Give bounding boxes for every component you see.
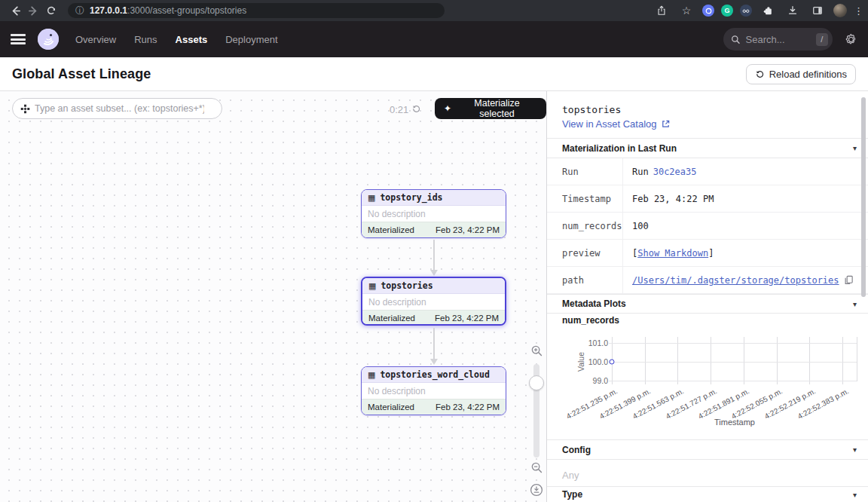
chevron-down-icon: ▾ <box>853 300 857 308</box>
table-icon: ▦ <box>368 282 376 290</box>
table-row-path: path /Users/tim/.dagster/storage/topstor… <box>547 267 868 294</box>
asset-status-row: Materialized Feb 23, 4:22 PM <box>362 310 505 326</box>
asset-selector-icon <box>20 104 30 114</box>
nav-item-assets[interactable]: Assets <box>176 34 208 45</box>
chart-yticks: 101.0100.099.0 <box>547 337 608 382</box>
zoom-in-icon[interactable] <box>530 344 543 360</box>
materialized-timestamp: Feb 23, 4:22 PM <box>436 403 500 412</box>
asset-description: No description <box>362 383 506 399</box>
share-icon[interactable] <box>653 2 671 19</box>
downloads-icon[interactable] <box>784 2 802 19</box>
site-info-icon[interactable]: ⓘ <box>75 6 84 15</box>
asset-description: No description <box>362 294 505 310</box>
url-text: 127.0.0.1:3000/asset-groups/topstories <box>90 5 246 16</box>
status-label: Materialized <box>368 314 415 323</box>
search-icon <box>731 35 741 44</box>
table-icon: ▦ <box>368 371 375 379</box>
browser-actions: ☆ G ⋮ <box>653 0 863 21</box>
show-markdown-link[interactable]: Show Markdown <box>637 248 708 259</box>
dagster-logo[interactable] <box>38 29 59 50</box>
nav-links: Overview Runs Assets Deployment <box>75 34 278 45</box>
nav-item-deployment[interactable]: Deployment <box>225 34 277 45</box>
external-link-icon <box>661 119 671 129</box>
profile-avatar[interactable] <box>833 4 847 17</box>
materialized-timestamp: Feb 23, 4:22 PM <box>435 314 499 323</box>
sidebar-panel-icon[interactable] <box>808 2 827 19</box>
reload-definitions-button[interactable]: Reload definitions <box>746 64 856 84</box>
extension-icon-grammarly[interactable]: G <box>721 5 733 17</box>
nav-item-overview[interactable]: Overview <box>75 34 116 45</box>
table-row-num-records: num_records 100 <box>547 213 868 240</box>
page-title: Global Asset Lineage <box>12 66 151 82</box>
path-link[interactable]: /Users/tim/.dagster/storage/topstories <box>632 275 839 286</box>
config-value: Any <box>562 470 579 481</box>
search-input[interactable] <box>746 34 811 45</box>
asset-graph-canvas[interactable]: 0:21 ✦ Materialize selected ▦ topstory_i… <box>0 91 546 502</box>
browser-forward-icon[interactable] <box>24 2 42 19</box>
nav-item-runs[interactable]: Runs <box>134 34 157 45</box>
graph-refresh-icon[interactable] <box>411 103 421 117</box>
search-shortcut-badge: / <box>816 33 828 46</box>
browser-menu-icon[interactable]: ⋮ <box>854 5 863 17</box>
main-content: 0:21 ✦ Materialize selected ▦ topstory_i… <box>0 91 868 502</box>
zoom-slider-handle[interactable] <box>529 375 544 390</box>
table-icon: ▦ <box>368 194 375 202</box>
browser-toolbar: ⓘ 127.0.0.1:3000/asset-groups/topstories… <box>0 0 868 21</box>
materialization-metadata-table: Run Run 30c2ea35 Timestamp Feb 23, 4:22 … <box>547 158 868 294</box>
hamburger-menu-icon[interactable] <box>11 34 26 44</box>
extensions-puzzle-icon[interactable] <box>759 2 777 19</box>
asset-node-topstory-ids[interactable]: ▦ topstory_ids No description Materializ… <box>361 189 506 238</box>
materialize-selected-button[interactable]: ✦ Materialize selected <box>435 98 546 119</box>
browser-refresh-icon[interactable] <box>42 2 60 19</box>
bookmark-star-icon[interactable]: ☆ <box>677 2 695 19</box>
section-config[interactable]: Config ▾ <box>547 439 868 460</box>
settings-gear-icon[interactable] <box>845 33 857 46</box>
node-header: ▦ topstory_ids <box>362 190 506 206</box>
zoom-out-icon[interactable] <box>530 461 543 477</box>
asset-name: topstories <box>381 280 432 291</box>
app-navbar: Overview Runs Assets Deployment / <box>0 21 868 57</box>
sparkle-icon: ✦ <box>444 104 451 113</box>
refresh-icon <box>755 69 765 79</box>
asset-name: topstories_word_cloud <box>380 369 489 380</box>
asset-details-panel: topstories View in Asset Catalog Materia… <box>546 91 868 502</box>
run-id-link[interactable]: 30c2ea35 <box>653 167 697 177</box>
extension-icon-glasses[interactable] <box>740 5 752 17</box>
chevron-down-icon: ▾ <box>853 491 857 499</box>
asset-node-topstories-word-cloud[interactable]: ▦ topstories_word_cloud No description M… <box>361 366 506 415</box>
global-search[interactable]: / <box>723 28 833 51</box>
table-row-preview: preview [Show Markdown] <box>547 240 868 267</box>
address-bar[interactable]: ⓘ 127.0.0.1:3000/asset-groups/topstories <box>68 3 445 18</box>
asset-name: topstory_ids <box>380 192 442 203</box>
copy-icon[interactable] <box>844 275 854 285</box>
status-label: Materialized <box>368 225 414 234</box>
section-type[interactable]: Type ▾ <box>547 486 868 502</box>
chart-title: num_records <box>562 315 619 326</box>
browser-back-icon[interactable] <box>6 2 24 19</box>
asset-status-row: Materialized Feb 23, 4:22 PM <box>362 399 506 415</box>
node-header: ▦ topstories <box>362 278 505 294</box>
asset-status-row: Materialized Feb 23, 4:22 PM <box>362 222 506 237</box>
chevron-down-icon: ▾ <box>853 445 857 454</box>
details-scrollbar[interactable] <box>861 97 866 297</box>
page-header: Global Asset Lineage Reload definitions <box>0 57 868 91</box>
nav-right: / <box>723 21 857 57</box>
asset-subset-filter[interactable] <box>12 98 222 119</box>
section-materialization-last-run[interactable]: Materialization in Last Run ▾ <box>547 138 868 158</box>
reset-view-icon[interactable] <box>530 483 543 500</box>
selected-asset-title: topstories <box>562 104 621 115</box>
asset-node-topstories[interactable]: ▦ topstories No description Materialized… <box>361 277 506 326</box>
table-row-timestamp: Timestamp Feb 23, 4:22 PM <box>547 185 868 213</box>
asset-subset-input[interactable] <box>35 103 204 114</box>
chart-plot <box>612 337 857 381</box>
chevron-down-icon: ▾ <box>853 144 857 152</box>
view-in-asset-catalog-link[interactable]: View in Asset Catalog <box>562 118 671 130</box>
refresh-timer: 0:21 <box>390 104 408 115</box>
section-metadata-plots[interactable]: Metadata Plots ▾ <box>547 294 868 314</box>
chart-xlabel: Timestamp <box>612 418 857 427</box>
chart-data-point[interactable] <box>610 360 615 365</box>
extension-icon-blue[interactable] <box>702 5 714 17</box>
table-row-run: Run Run 30c2ea35 <box>547 158 868 185</box>
edge-topstory-ids-to-topstories <box>433 240 435 271</box>
status-label: Materialized <box>368 403 414 412</box>
